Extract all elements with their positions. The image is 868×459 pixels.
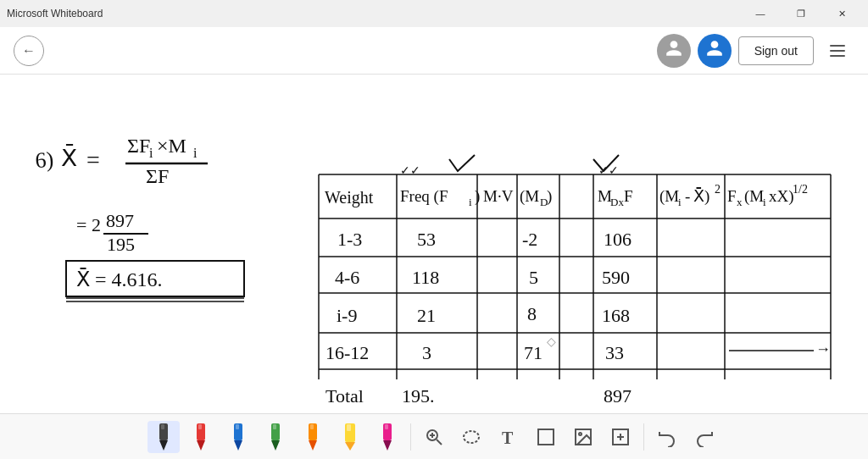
svg-text:21: 21 [417,305,436,326]
lasso-button[interactable] [455,421,487,453]
svg-text:3: 3 [422,342,431,363]
svg-text:1/2: 1/2 [793,183,808,196]
svg-text:-2: -2 [522,229,537,250]
svg-text:118: 118 [412,267,439,288]
image-button[interactable] [567,421,599,453]
svg-text:106: 106 [604,229,632,250]
svg-text:i: i [678,196,682,208]
svg-text:Freq (F: Freq (F [400,187,448,206]
pen-yellow-button[interactable] [334,421,366,453]
svg-text:): ) [547,187,552,206]
svg-rect-89 [273,424,276,429]
svg-text:X̄): X̄) [693,187,709,206]
svg-text:6): 6) [35,147,54,173]
avatar-blue-button[interactable] [698,34,732,68]
svg-text:i: i [763,196,766,208]
svg-text:i: i [193,146,198,160]
svg-text:2: 2 [715,183,721,196]
svg-marker-94 [345,442,355,451]
pen-black-button[interactable] [147,421,180,453]
zoom-button[interactable] [418,421,450,453]
toolbar-divider-2 [643,423,644,451]
svg-text:16-12: 16-12 [326,342,369,363]
app-title: Microsoft Whiteboard [7,8,103,19]
window-controls: — ❐ ✕ [741,0,861,27]
svg-point-103 [464,431,479,443]
svg-text:= 2: = 2 [76,214,101,235]
menu-line-3 [830,55,845,57]
svg-text:xX): xX) [769,187,794,206]
restore-button[interactable]: ❐ [782,0,821,27]
shape-button[interactable] [530,421,562,453]
svg-rect-92 [310,424,314,429]
toolbar-divider-1 [410,423,411,451]
svg-text:195.: 195. [402,385,435,406]
back-button[interactable]: ← [14,36,44,66]
svg-rect-105 [538,429,554,445]
top-bar: ← Sign out [0,27,868,75]
svg-rect-98 [385,424,388,429]
svg-text:897: 897 [604,385,632,406]
menu-button[interactable] [821,34,854,68]
main-area: ← Sign out [0,27,868,459]
svg-text:X̄: X̄ [61,144,77,171]
pen-red-button[interactable] [185,421,217,453]
svg-text:T: T [502,429,514,447]
svg-rect-80 [161,424,164,429]
sign-out-button[interactable]: Sign out [738,36,814,65]
svg-point-107 [579,433,581,435]
svg-text:8: 8 [527,303,537,324]
svg-rect-86 [236,424,239,429]
svg-text:→: → [815,340,831,357]
svg-line-100 [437,440,442,445]
svg-text:=: = [86,147,100,173]
svg-text:i-9: i-9 [337,305,357,326]
pen-green-button[interactable] [259,421,292,453]
svg-text:M·V: M·V [483,187,514,205]
pen-pink-button[interactable] [371,421,403,453]
svg-text:(M: (M [659,187,679,206]
svg-text:71: 71 [524,342,542,363]
add-button[interactable] [604,421,637,453]
svg-text:1-3: 1-3 [337,229,362,250]
svg-text:ΣF: ΣF [127,135,150,157]
svg-text:i: i [469,196,472,208]
menu-line-2 [830,50,845,52]
pen-orange-button[interactable] [297,421,329,453]
svg-text:◇: ◇ [547,335,556,348]
svg-marker-97 [383,440,392,451]
svg-text:(M: (M [520,187,539,206]
svg-text:F: F [727,187,737,205]
redo-button[interactable] [688,421,721,453]
svg-text:590: 590 [602,267,630,288]
svg-text:Dx: Dx [610,196,624,208]
svg-marker-82 [197,440,205,451]
user-icon-blue [705,39,724,62]
avatar-gray-button[interactable] [657,34,691,68]
svg-text:Weight: Weight [325,188,374,207]
svg-marker-88 [271,440,280,451]
minimize-button[interactable]: — [741,0,780,27]
svg-marker-91 [309,440,317,451]
svg-text:33: 33 [605,342,624,363]
undo-button[interactable] [651,421,683,453]
whiteboard-drawing: 6) X̄ = ΣF i ×M i ΣF = 2 897 195 [0,75,868,413]
title-bar: Microsoft Whiteboard — ❐ ✕ [0,0,868,27]
svg-text:195: 195 [107,234,135,255]
back-icon: ← [22,43,36,58]
svg-text:4-6: 4-6 [335,267,359,288]
text-button[interactable]: T [492,421,525,453]
svg-text:Total: Total [326,385,364,406]
svg-text:F: F [624,187,633,205]
svg-text:): ) [475,187,480,206]
top-bar-left: ← [14,36,44,66]
svg-text:5: 5 [529,267,538,288]
svg-text:✓✓: ✓✓ [400,164,420,177]
whiteboard-canvas[interactable]: 6) X̄ = ΣF i ×M i ΣF = 2 897 195 [0,75,868,413]
user-icon-gray [665,39,683,62]
pen-blue-button[interactable] [222,421,254,453]
svg-text:ΣF: ΣF [146,165,169,187]
svg-marker-85 [234,440,242,451]
close-button[interactable]: ✕ [822,0,861,27]
svg-text:53: 53 [417,229,436,250]
